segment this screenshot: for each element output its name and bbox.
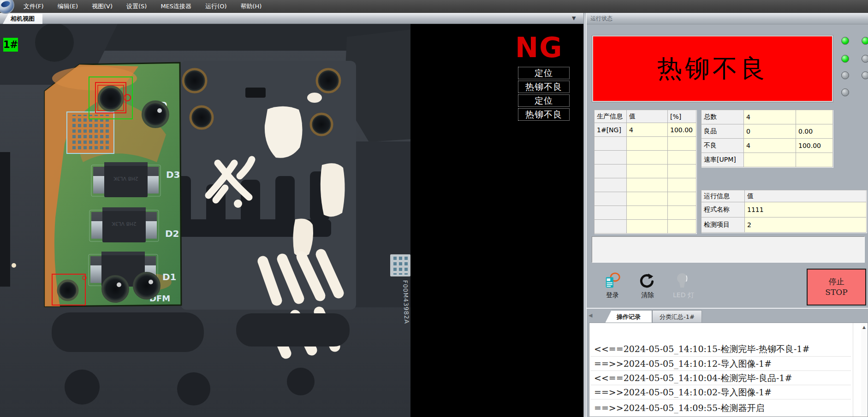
chevron-down-icon[interactable]: ▼ <box>572 15 576 21</box>
panel-splitter[interactable] <box>583 13 587 417</box>
column-header: 值 <box>745 190 867 202</box>
stats-table: 总数4 良品00.00 不良4100.00 速率[UPM] <box>701 110 833 167</box>
cell <box>627 192 668 206</box>
overlay-label-position-1: 定位 <box>518 67 570 79</box>
cell <box>627 137 668 151</box>
table-row: 检测项目 2 <box>702 217 867 233</box>
led-bulb-icon <box>674 272 690 289</box>
cell <box>668 178 696 192</box>
cell: 0 <box>744 124 796 139</box>
cell: 速率[UPM] <box>702 153 744 167</box>
pcb-component-d3: 2H8 VL3K <box>91 162 161 197</box>
clear-refresh-icon <box>638 273 655 289</box>
cell: 1#[NG] <box>595 123 627 137</box>
station-badge: 1# <box>3 38 18 52</box>
table-row <box>595 206 696 220</box>
pcb-label-d3: D3 <box>166 169 180 180</box>
log-entry: ==>>2024-05-05_14:09:55-检测器开启 <box>594 402 764 414</box>
cell <box>744 153 796 167</box>
chip-marking: 2H8 VL3K <box>111 221 136 227</box>
log-column-line <box>853 323 853 417</box>
tab-camera-view[interactable]: 相机视图 <box>3 14 42 24</box>
overlay-label-defect-1: 热铆不良 <box>518 81 570 93</box>
stop-button[interactable]: 停止 STOP <box>807 269 866 305</box>
cell <box>595 151 627 164</box>
table-row <box>595 151 696 164</box>
cell <box>627 151 668 164</box>
cell: 0.00 <box>796 124 833 139</box>
stop-label-cn: 停止 <box>829 276 844 287</box>
led-light-button[interactable]: LED 灯 <box>672 272 695 300</box>
tab-operation-log[interactable]: 操作记录 <box>605 310 652 323</box>
operation-log-list: <<==2024-05-05_14:10:15-检测完毕-热铆不良-1# ==>… <box>589 323 868 417</box>
table-row <box>595 164 696 178</box>
alert-frame: 热铆不良 <box>592 35 833 102</box>
cell <box>595 192 627 206</box>
log-entry: ==>>2024-05-05_14:10:12-导入图像-1# <box>594 358 772 370</box>
pcb-label-d2: D2 <box>165 228 179 239</box>
cell <box>595 220 627 234</box>
table-row <box>595 192 696 206</box>
column-header: 值 <box>627 110 668 123</box>
log-entry: ==>>2024-05-05_14:10:02-导入图像-1# <box>594 387 772 399</box>
log-entry: <<==2024-05-05_14:10:15-检测完毕-热铆不良-1# <box>594 343 809 355</box>
login-label: 登录 <box>603 291 622 300</box>
panel-title: 运行状态 <box>590 15 612 23</box>
cell <box>595 206 627 220</box>
status-led <box>841 88 849 96</box>
log-separator <box>590 356 851 357</box>
pcb-component-d2: 2H8 VL3K <box>89 207 159 242</box>
tab-scroll-left-icon[interactable]: ◀ <box>589 312 592 318</box>
table-row: 良品00.00 <box>702 124 833 139</box>
led-light-label: LED 灯 <box>672 291 695 300</box>
log-separator <box>590 385 851 385</box>
menu-mes-connector[interactable]: MES连接器 <box>154 0 198 13</box>
cell: 1111 <box>745 202 867 217</box>
cell <box>595 137 627 151</box>
log-separator <box>590 370 851 371</box>
status-led <box>862 55 868 63</box>
column-header: 生产信息 <box>595 110 627 123</box>
cell <box>627 178 668 192</box>
status-led <box>841 55 849 63</box>
status-led <box>841 71 849 79</box>
cell: 4 <box>744 139 796 153</box>
scroll-up-icon[interactable]: ▲ <box>861 324 867 330</box>
table-row: 1#[NG] 4 100.00 <box>595 123 696 137</box>
pcb-label-d1: D1 <box>162 271 177 282</box>
cell <box>668 137 696 151</box>
menu-help[interactable]: 帮助(H) <box>234 0 269 13</box>
cell <box>627 206 668 220</box>
cell <box>627 164 668 178</box>
cell <box>668 164 696 178</box>
cell <box>668 206 696 220</box>
overlay-label-position-2: 定位 <box>518 94 570 107</box>
cell: 良品 <box>702 124 744 139</box>
camera-image: GND 2H8 VL3K D3 2H8 VL3K D2 <box>0 24 410 417</box>
menu-view[interactable]: 视图(V) <box>85 0 119 13</box>
menu-edit[interactable]: 编辑(E) <box>51 0 85 13</box>
result-text: NG <box>515 31 566 64</box>
cell <box>796 153 833 167</box>
menu-file[interactable]: 文件(F) <box>17 0 51 13</box>
clear-button[interactable]: 清除 <box>638 273 657 300</box>
log-scrollbar[interactable]: ▲ <box>861 324 867 415</box>
menu-settings[interactable]: 设置(S) <box>119 0 154 13</box>
tab-divider <box>587 308 868 309</box>
table-row: 速率[UPM] <box>702 153 833 167</box>
alert-defect-banner: 热铆不良 <box>593 36 832 101</box>
panel-title-bar <box>587 13 868 24</box>
table-row: 总数4 <box>702 110 833 124</box>
run-status-panel: 运行状态 热铆不良 生产信息 值 [%] 1#[NG] 4 100.00 总数 <box>587 13 868 417</box>
cell <box>595 178 627 192</box>
cell <box>668 220 696 234</box>
menu-run[interactable]: 运行(O) <box>198 0 233 13</box>
message-box <box>592 236 865 263</box>
log-entry: <<==2024-05-05_14:10:04-检测完毕-良品-1# <box>594 372 792 384</box>
tab-category-summary[interactable]: 分类汇总-1# <box>652 310 702 323</box>
overlay-label-defect-2: 热铆不良 <box>518 108 570 121</box>
column-header: [%] <box>668 110 696 123</box>
login-button[interactable]: 登录 <box>603 272 622 300</box>
stop-label-en: STOP <box>825 287 847 298</box>
cell <box>668 151 696 164</box>
